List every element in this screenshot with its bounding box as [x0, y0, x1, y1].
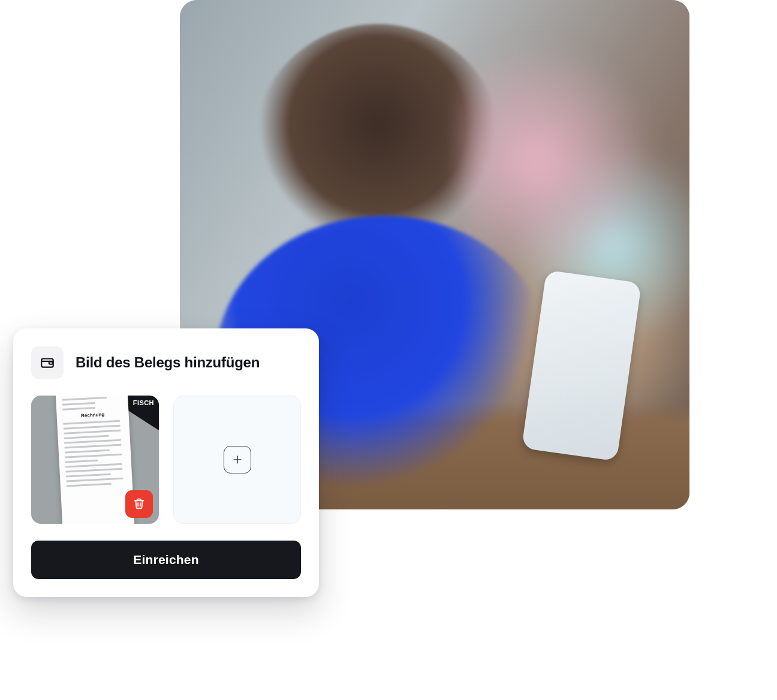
- add-receipt-tile[interactable]: [173, 396, 301, 524]
- card-title: Bild des Belegs hinzufügen: [76, 354, 260, 371]
- receipt-thumbnail[interactable]: FISCH Rechnung: [31, 396, 159, 524]
- receipt-paper: Rechnung: [55, 396, 135, 524]
- trash-icon: [132, 497, 146, 512]
- wallet-icon: [31, 346, 64, 379]
- receipt-tiles: FISCH Rechnung: [31, 396, 301, 524]
- svg-rect-0: [41, 359, 53, 367]
- plus-icon: [224, 446, 251, 473]
- card-header: Bild des Belegs hinzufügen: [31, 346, 301, 379]
- add-receipt-card: Bild des Belegs hinzufügen FISCH Rechnun…: [13, 328, 319, 597]
- delete-receipt-button[interactable]: [125, 490, 153, 518]
- receipt-heading: Rechnung: [62, 411, 122, 420]
- submit-button[interactable]: Einreichen: [31, 541, 301, 579]
